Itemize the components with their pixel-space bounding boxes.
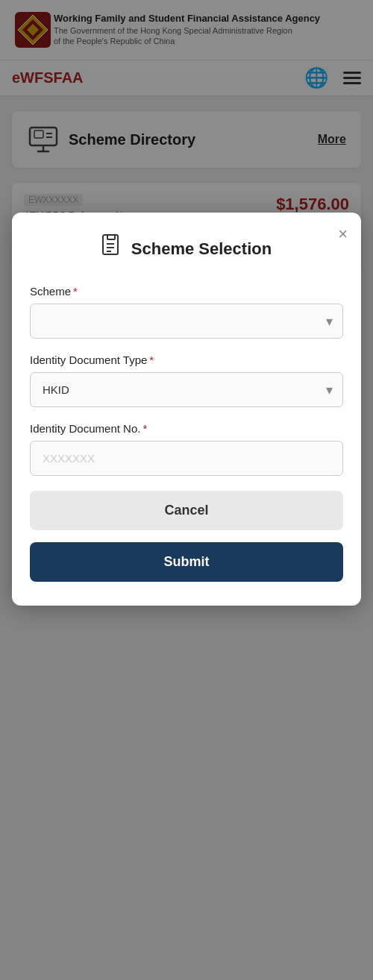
- id-type-label: Identity Document Type*: [30, 354, 343, 366]
- cancel-button[interactable]: Cancel: [30, 491, 343, 530]
- id-type-field-group: Identity Document Type* HKID: [30, 354, 343, 407]
- scheme-field-group: Scheme*: [30, 285, 343, 339]
- svg-rect-11: [107, 235, 115, 239]
- modal-title-row: Scheme Selection: [30, 233, 343, 264]
- modal-title: Scheme Selection: [131, 239, 272, 259]
- scheme-select[interactable]: [30, 304, 343, 339]
- document-icon: [101, 233, 124, 264]
- id-type-select[interactable]: HKID: [30, 372, 343, 407]
- id-no-field-group: Identity Document No.*: [30, 422, 343, 476]
- scheme-select-wrapper: [30, 304, 343, 339]
- id-type-select-wrapper: HKID: [30, 372, 343, 407]
- id-no-label: Identity Document No.*: [30, 422, 343, 435]
- scheme-label: Scheme*: [30, 285, 343, 298]
- scheme-selection-modal: × Scheme Selection Scheme* Identity: [12, 213, 361, 606]
- submit-button[interactable]: Submit: [30, 542, 343, 582]
- id-no-input[interactable]: [30, 441, 343, 476]
- modal-close-button[interactable]: ×: [338, 224, 348, 244]
